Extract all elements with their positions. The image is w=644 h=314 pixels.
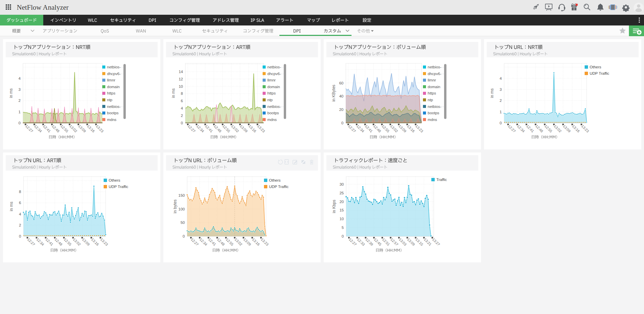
svg-text:13:16: 13:16 xyxy=(248,124,257,133)
svg-text:15: 15 xyxy=(339,208,344,212)
svg-text:12:27: 12:27 xyxy=(25,124,34,133)
svg-text:ntp: ntp xyxy=(267,98,273,102)
svg-text:ntp: ntp xyxy=(428,98,433,102)
svg-text:12:41: 12:41 xyxy=(204,124,214,133)
svg-text:40: 40 xyxy=(339,94,343,98)
svg-text:netbios-····: netbios-···· xyxy=(267,65,286,69)
svg-text:0: 0 xyxy=(342,234,344,238)
svg-text:60: 60 xyxy=(339,81,343,85)
svg-text:13:23: 13:23 xyxy=(257,124,266,133)
svg-text:13:23: 13:23 xyxy=(581,124,590,133)
svg-text:Others: Others xyxy=(269,178,281,182)
svg-text:12:45: 12:45 xyxy=(373,237,382,247)
svg-text:in bytes: in bytes xyxy=(173,199,177,213)
svg-text:netbios-····: netbios-···· xyxy=(428,105,446,109)
svg-text:12:34: 12:34 xyxy=(34,124,43,133)
svg-text:2: 2 xyxy=(181,114,183,118)
svg-text:13:02: 13:02 xyxy=(389,124,399,133)
svg-text:3: 3 xyxy=(500,87,502,91)
svg-text:llmnr: llmnr xyxy=(267,78,276,82)
svg-text:https: https xyxy=(107,91,115,95)
svg-text:12:55: 12:55 xyxy=(222,124,231,133)
svg-text:13:03: 13:03 xyxy=(398,237,408,247)
svg-text:12:33: 12:33 xyxy=(357,237,366,247)
svg-text:dhcpv6-····: dhcpv6-···· xyxy=(267,72,286,76)
svg-text:12:55: 12:55 xyxy=(60,124,69,133)
svg-text:mdns: mdns xyxy=(107,118,116,122)
svg-text:12:34: 12:34 xyxy=(36,237,45,247)
svg-text:12:55: 12:55 xyxy=(381,124,390,133)
svg-text:12:41: 12:41 xyxy=(45,237,54,247)
svg-text:10: 10 xyxy=(339,217,344,221)
svg-text:12:55: 12:55 xyxy=(63,237,72,247)
svg-text:12:27: 12:27 xyxy=(507,124,517,133)
svg-text:4: 4 xyxy=(181,106,183,110)
svg-text:12:48: 12:48 xyxy=(213,124,222,133)
svg-text:13:23: 13:23 xyxy=(95,124,105,133)
svg-text:12:39: 12:39 xyxy=(365,237,374,247)
svg-text:netbios-····: netbios-···· xyxy=(107,105,126,109)
svg-text:25: 25 xyxy=(339,191,344,195)
svg-text:3: 3 xyxy=(18,87,20,91)
svg-text:8: 8 xyxy=(19,190,21,194)
svg-text:20: 20 xyxy=(339,200,344,204)
svg-text:13:21: 13:21 xyxy=(423,237,433,247)
svg-text:ntp: ntp xyxy=(107,98,112,102)
svg-text:13:23: 13:23 xyxy=(100,237,109,247)
svg-text:UDP Traffic: UDP Traffic xyxy=(269,185,289,189)
svg-text:14: 14 xyxy=(179,70,183,74)
svg-text:domain: domain xyxy=(267,85,280,89)
svg-text:12:34: 12:34 xyxy=(356,124,365,133)
svg-text:12:34: 12:34 xyxy=(517,124,526,133)
svg-text:13:23: 13:23 xyxy=(260,237,270,247)
svg-text:12:48: 12:48 xyxy=(216,237,226,247)
svg-text:13:02: 13:02 xyxy=(72,237,82,247)
svg-text:13:09: 13:09 xyxy=(407,237,416,247)
svg-text:netbios-····: netbios-···· xyxy=(267,105,286,109)
svg-text:13:09: 13:09 xyxy=(398,124,407,133)
svg-text:13:09: 13:09 xyxy=(243,237,252,247)
svg-text:Others: Others xyxy=(590,65,601,69)
svg-text:in ms: in ms xyxy=(9,88,13,98)
svg-text:0: 0 xyxy=(18,121,20,125)
svg-text:12: 12 xyxy=(179,77,183,81)
svg-text:12:41: 12:41 xyxy=(526,124,535,133)
svg-text:8: 8 xyxy=(181,91,183,96)
svg-text:12:27: 12:27 xyxy=(26,237,36,247)
svg-text:13:16: 13:16 xyxy=(572,124,581,133)
svg-text:12:41: 12:41 xyxy=(364,124,374,133)
svg-text:12:57: 12:57 xyxy=(390,237,399,247)
svg-text:12:41: 12:41 xyxy=(208,237,217,247)
svg-text:12:48: 12:48 xyxy=(51,124,60,133)
svg-text:in KBytes: in KBytes xyxy=(331,85,336,102)
svg-text:0: 0 xyxy=(19,234,21,238)
svg-text:20: 20 xyxy=(339,108,343,112)
svg-text:12:41: 12:41 xyxy=(42,124,52,133)
svg-text:bootps: bootps xyxy=(267,111,279,115)
svg-text:50: 50 xyxy=(180,221,185,225)
svg-text:4: 4 xyxy=(18,76,21,80)
svg-text:13:02: 13:02 xyxy=(553,124,562,133)
svg-text:13:09: 13:09 xyxy=(562,124,572,133)
svg-text:12:48: 12:48 xyxy=(535,124,544,133)
svg-text:100: 100 xyxy=(178,207,185,211)
svg-text:2: 2 xyxy=(500,99,502,103)
svg-text:1: 1 xyxy=(500,110,502,114)
svg-text:12:48: 12:48 xyxy=(54,237,63,247)
svg-text:13:15: 13:15 xyxy=(415,237,424,247)
svg-text:12:27: 12:27 xyxy=(190,237,200,247)
svg-text:bootps: bootps xyxy=(428,111,439,115)
svg-text:0: 0 xyxy=(341,121,343,125)
svg-text:13:23: 13:23 xyxy=(415,124,424,133)
svg-text:13:16: 13:16 xyxy=(91,237,100,247)
svg-text:Others: Others xyxy=(109,178,120,182)
svg-text:llmnr: llmnr xyxy=(107,78,115,82)
svg-text:2: 2 xyxy=(19,223,21,227)
svg-text:13:02: 13:02 xyxy=(230,124,240,133)
svg-text:30: 30 xyxy=(339,182,344,186)
svg-text:13:02: 13:02 xyxy=(234,237,243,247)
svg-text:1: 1 xyxy=(18,110,20,114)
svg-text:Traffic: Traffic xyxy=(436,178,447,182)
svg-text:12:27: 12:27 xyxy=(348,237,358,247)
svg-text:13:09: 13:09 xyxy=(239,124,249,133)
